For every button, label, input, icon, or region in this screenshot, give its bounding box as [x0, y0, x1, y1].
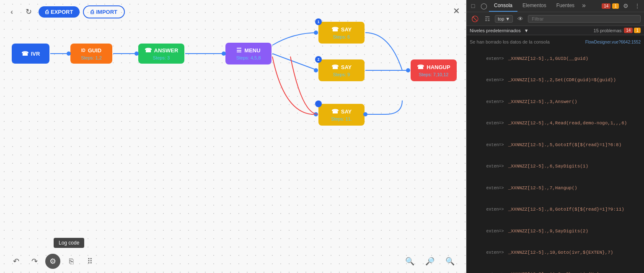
- console-line-0: exten=> _XXNNZZ[12-5].,1,GUID(__guid): [470, 48, 641, 70]
- console-line-5: exten=> _XXNNZZ[12-5].,6,SayDigits(1): [470, 156, 641, 178]
- svg-line-7: [272, 54, 318, 70]
- connections-svg: [0, 0, 466, 273]
- tab-more-label: »: [582, 2, 586, 9]
- zoom-reset-button[interactable]: 🔎: [422, 254, 437, 269]
- node-say2[interactable]: ☎ SAY Steps: 9: [318, 59, 365, 81]
- clear-message-link[interactable]: FlowDesigner.vue?6642:1552: [585, 40, 641, 44]
- node-say3[interactable]: ☎ SAY Steps: 11.: [318, 104, 365, 126]
- top-dropdown[interactable]: top ▼: [495, 15, 513, 23]
- answer-steps: Steps: 3: [153, 55, 170, 60]
- bottom-right-tools: 🔍 🔎 🔍: [402, 254, 458, 269]
- answer-icon: ☎: [145, 47, 152, 54]
- top-label: top: [498, 16, 504, 21]
- say2-label: SAY: [341, 64, 352, 70]
- devtools-more-icon[interactable]: ⋮: [632, 1, 642, 11]
- console-line-4: exten=> _XXNNZZ[12-5].,5,GotoIf($[${read…: [470, 134, 641, 156]
- export-label: EXPORT: [51, 9, 73, 15]
- devtools-icons-left: □ ◯: [468, 1, 489, 11]
- toolbar: ‹ ↻ ⎙ EXPORT ⎙ IMPORT: [5, 5, 125, 18]
- tab-console[interactable]: Consola: [489, 0, 517, 12]
- hangup-label: HANGUP: [427, 64, 450, 70]
- devtools-right-icons: 14 1 ⚙ ⋮: [602, 1, 642, 11]
- tab-elements[interactable]: Elementos: [517, 0, 551, 12]
- console-line-2: exten=> _XXNNZZ[12-5].,3,Answer(): [470, 91, 641, 113]
- settings-button[interactable]: ⚙: [45, 254, 60, 269]
- console-line-10: exten=> _XXNNZZ[12-5].,11,SayPhonetic(Na…: [470, 263, 641, 273]
- console-line-1: exten=> _XXNNZZ[12-5].,2,Set(CDR(guid)=$…: [470, 70, 641, 91]
- zoom-out-button[interactable]: 🔍: [402, 254, 417, 269]
- say1-steps: Steps: 6: [333, 34, 350, 39]
- svg-point-9: [314, 112, 318, 116]
- devtools-gear-icon[interactable]: ⚙: [621, 1, 631, 11]
- problems-badge: 15 problemas: 14 1: [594, 28, 641, 33]
- node-answer[interactable]: ☎ ANSWER Steps: 3: [138, 44, 184, 64]
- problems-error-badge: 14: [624, 28, 633, 33]
- levels-arrow: ▼: [524, 28, 529, 33]
- node-hangup[interactable]: ☎ HANGUP Steps: 7,10,12: [411, 59, 457, 81]
- node-ivr[interactable]: ☎ IVR: [12, 44, 49, 64]
- devtools-clear-icon[interactable]: 🚫: [470, 14, 480, 24]
- console-clear-message: Se han borrado los datos de la consola F…: [470, 38, 641, 48]
- bottom-toolbar: ↶ ↷ ⚙ ⎘ ⠿ 🔍 🔎 🔍: [0, 254, 466, 269]
- svg-point-8: [314, 68, 318, 72]
- log-code-tooltip: Log code: [54, 238, 84, 248]
- answer-label: ANSWER: [154, 47, 178, 54]
- node-say1[interactable]: ☎ SAY Steps: 6: [318, 22, 365, 44]
- terminal-button[interactable]: ⎘: [64, 254, 79, 269]
- say1-icon: ☎: [331, 26, 339, 33]
- devtools-phone-icon[interactable]: ◯: [479, 1, 489, 11]
- undo-button[interactable]: ↶: [8, 254, 23, 269]
- filter-input[interactable]: [528, 15, 641, 23]
- say1-label: SAY: [341, 26, 352, 33]
- bottom-left-tools: ↶ ↷ ⚙ ⎘ ⠿: [8, 254, 97, 269]
- console-line-8: exten=> _XXNNZZ[12-5].,9,SayDigits(2): [470, 220, 641, 242]
- devtools-inspect-icon[interactable]: □: [468, 1, 478, 11]
- hangup-icon: ☎: [417, 64, 424, 70]
- tab-console-label: Consola: [494, 3, 512, 8]
- history-button[interactable]: ↻: [22, 5, 35, 18]
- flow-panel: ‹ ↻ ⎙ EXPORT ⎙ IMPORT ✕: [0, 0, 466, 273]
- warning-badge: 1: [612, 3, 619, 9]
- ivr-icon: ☎: [21, 50, 28, 57]
- console-line-7: exten=> _XXNNZZ[12-5].,8,GotoIf($[${read…: [470, 199, 641, 221]
- devtools-eye-icon[interactable]: 👁: [515, 14, 525, 24]
- log-code-label: Log code: [59, 240, 79, 246]
- error-badge: 14: [602, 3, 610, 9]
- guid-label: GUID: [88, 47, 102, 54]
- hangup-steps: Steps: 7,10,12: [419, 72, 449, 77]
- grid-button[interactable]: ⠿: [82, 254, 97, 269]
- menu-steps: Steps: 4,5,8: [236, 55, 261, 60]
- node-menu[interactable]: ☰ MENU Steps: 4,5,8: [225, 43, 272, 64]
- clear-message-text: Se han borrado los datos de la consola: [470, 39, 550, 44]
- console-line-9: exten=> _XXNNZZ[12-5].,10,Goto(ivr,${EXT…: [470, 242, 641, 264]
- badge-1: 1: [315, 18, 322, 25]
- back-button[interactable]: ‹: [5, 5, 18, 18]
- say3-steps: Steps: 11.: [331, 116, 352, 121]
- tab-more[interactable]: »: [579, 0, 588, 12]
- console-content[interactable]: Se han borrado los datos de la consola F…: [466, 35, 644, 273]
- zoom-in-button[interactable]: 🔍: [442, 254, 458, 269]
- import-icon: ⎙: [91, 9, 94, 15]
- say2-icon: ☎: [331, 64, 339, 70]
- guid-steps: Steps: 1,2: [81, 55, 102, 60]
- tab-sources-label: Fuentes: [556, 3, 574, 8]
- console-line-6: exten=> _XXNNZZ[12-5].,7,Hangup(): [470, 177, 641, 199]
- problems-label: 15 problemas:: [594, 28, 623, 33]
- import-button[interactable]: ⎙ IMPORT: [83, 5, 125, 18]
- svg-point-6: [314, 31, 318, 35]
- menu-label: MENU: [244, 47, 260, 54]
- guid-icon: ID: [81, 48, 85, 53]
- tab-sources[interactable]: Fuentes: [551, 0, 579, 12]
- node-guid[interactable]: ID GUID Steps: 1,2: [70, 44, 112, 64]
- problems-warning-badge: 1: [634, 28, 641, 33]
- badge-2: 2: [315, 56, 322, 63]
- say3-label: SAY: [341, 108, 352, 115]
- badge-3: [315, 100, 322, 107]
- close-button[interactable]: ✕: [453, 6, 460, 16]
- export-button[interactable]: ⎙ EXPORT: [39, 6, 80, 18]
- devtools-tabs: □ ◯ Consola Elementos Fuentes » 14 1 ⚙ ⋮: [466, 0, 644, 12]
- devtools-filter-icon[interactable]: ☶: [482, 14, 492, 24]
- redo-button[interactable]: ↷: [27, 254, 42, 269]
- import-label: IMPORT: [96, 9, 117, 15]
- menu-icon: ☰: [236, 47, 242, 54]
